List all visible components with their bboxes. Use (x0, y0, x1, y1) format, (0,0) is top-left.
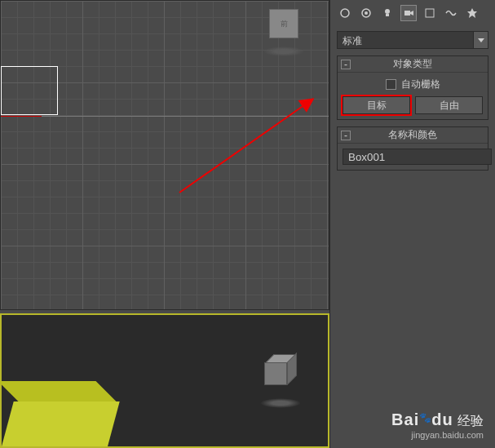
auto-grid-label: 自动栅格 (401, 78, 440, 91)
collapse-icon[interactable]: - (341, 131, 351, 140)
viewport-perspective[interactable] (0, 313, 329, 448)
selected-object-outline[interactable] (1, 66, 58, 115)
axis-x-negative (1, 116, 42, 117)
dropdown-arrow-icon[interactable] (474, 31, 488, 49)
box-top-face[interactable] (0, 381, 117, 401)
name-color-header[interactable]: - 名称和颜色 (338, 127, 488, 144)
viewcube-face[interactable]: 前 (269, 9, 298, 38)
viewport-top[interactable]: 前 (0, 0, 329, 310)
camera-type-buttons: 目标 自由 (343, 96, 483, 114)
command-panel: 标准 - 对象类型 自动栅格 目标 自由 - 名称和颜色 (329, 0, 495, 448)
cameras-icon[interactable] (400, 5, 417, 21)
name-color-title: 名称和颜色 (388, 128, 437, 142)
name-color-rollout: - 名称和颜色 (337, 126, 488, 171)
viewcube-perspective[interactable] (258, 356, 303, 401)
svg-point-3 (385, 9, 390, 14)
svg-rect-7 (426, 9, 434, 17)
geometry-icon[interactable] (337, 5, 353, 21)
create-category-row (330, 0, 495, 26)
helpers-icon[interactable] (422, 5, 438, 21)
target-button[interactable]: 目标 (343, 96, 410, 114)
svg-point-2 (365, 11, 368, 15)
collapse-icon[interactable]: - (341, 60, 351, 69)
viewcube-base (263, 47, 304, 56)
box-front-face[interactable] (2, 401, 120, 446)
auto-grid-row: 自动栅格 (343, 78, 483, 91)
free-button[interactable]: 自由 (415, 96, 483, 114)
svg-point-0 (341, 9, 349, 17)
viewcube-3d[interactable] (264, 356, 297, 388)
systems-icon[interactable] (464, 5, 480, 21)
auto-grid-checkbox[interactable] (386, 79, 396, 90)
viewcube-top[interactable]: 前 (263, 9, 304, 50)
lights-icon[interactable] (379, 5, 396, 21)
object-type-header[interactable]: - 对象类型 (338, 56, 488, 73)
object-type-body: 自动栅格 目标 自由 (338, 73, 488, 119)
viewport-area: 前 (0, 0, 329, 448)
object-type-rollout: - 对象类型 自动栅格 目标 自由 (337, 55, 488, 120)
svg-marker-6 (410, 11, 413, 16)
subcategory-dropdown[interactable]: 标准 (337, 31, 488, 49)
viewcube-base (260, 398, 301, 408)
svg-rect-5 (404, 11, 410, 16)
shapes-icon[interactable] (358, 5, 374, 21)
cube-front-face[interactable] (264, 362, 287, 385)
name-color-body (338, 144, 488, 170)
axis-horizontal (1, 116, 329, 117)
svg-rect-4 (386, 14, 389, 16)
dropdown-value: 标准 (337, 31, 474, 49)
object-type-title: 对象类型 (393, 57, 432, 71)
object-name-input[interactable] (343, 149, 492, 165)
spacewarp-icon[interactable] (443, 5, 459, 21)
